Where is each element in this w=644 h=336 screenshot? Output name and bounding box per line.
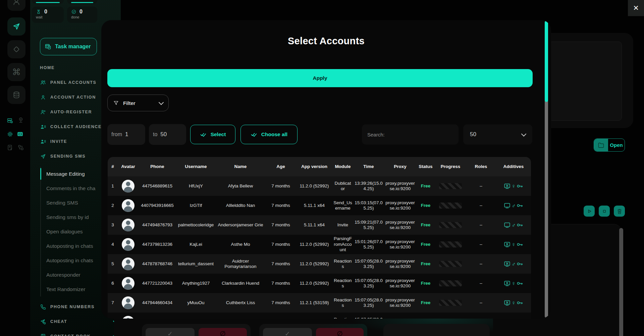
cell-username: IzGTIf <box>176 202 216 209</box>
search-input[interactable] <box>362 124 459 145</box>
subnav-item-autoposting-in-chats[interactable]: Autoposting in chats <box>46 253 95 268</box>
double-check-icon <box>251 131 258 137</box>
page-size-select[interactable]: 50 <box>463 124 532 145</box>
cell-time: 15:01:26(07.05.25) <box>353 238 384 251</box>
cell-time: 15:07:05(28.03.25) <box>353 316 384 319</box>
action-group: ✓ ∅ <box>259 324 367 336</box>
subnav-item-message-editing[interactable]: Message Editing <box>46 167 95 181</box>
column-header: Additives <box>496 163 531 170</box>
table-row[interactable]: 1447546889615HfUxjYAfyta Bellew7 months1… <box>108 176 531 196</box>
female-icon: ♀ <box>512 281 516 286</box>
send-icon[interactable] <box>7 17 25 36</box>
column-header: App version <box>296 163 332 170</box>
cell-app-version: 11.2.0 (52992) <box>296 241 332 248</box>
close-button[interactable]: ✕ <box>628 0 644 16</box>
monitor-x-icon <box>503 260 511 268</box>
cell-status: Free <box>416 280 435 287</box>
cell-module: Reactions <box>332 277 353 290</box>
accounts-table: #AvatarPhoneUsernameNameAgeApp versionMo… <box>108 157 531 319</box>
column-header: Username <box>176 163 216 170</box>
female-icon: ♀ <box>512 183 516 189</box>
double-check-icon <box>200 131 207 137</box>
play-button[interactable] <box>584 206 595 217</box>
open-button[interactable]: Open <box>594 138 625 152</box>
table-row[interactable]: 7447944660434yMuuOuCuthbertx Liss7 month… <box>108 293 531 313</box>
table-row[interactable]: 844746650553unsaturationamaReactions15:0… <box>108 313 531 319</box>
cell-proxy: proxy.proxyverse.io:9200 <box>384 238 416 251</box>
cell-progress <box>435 202 466 209</box>
right-preview-panel <box>539 33 633 128</box>
confirm-button[interactable]: ✓ <box>146 328 195 336</box>
table-row[interactable]: 24407943916665IzGTIfAlllelddlto Nan7 mon… <box>108 196 531 215</box>
logs-scrollbar[interactable] <box>619 228 623 336</box>
modal-scrollbar-thumb[interactable] <box>545 21 548 102</box>
cell-num: 3 <box>108 222 118 228</box>
sidebar-item-contact-book[interactable]: CONTACT BOOK <box>30 329 121 336</box>
code-window-icon[interactable] <box>17 131 23 137</box>
task-manager-button[interactable]: Task manager <box>40 38 97 55</box>
play-icon <box>586 208 593 215</box>
select-button[interactable]: Select <box>190 125 235 144</box>
select-button-label: Select <box>211 131 226 137</box>
choose-all-button[interactable]: Choose all <box>240 125 298 144</box>
gear-icon[interactable] <box>7 131 13 137</box>
cell-time: 15:09:21(07.05.25) <box>353 219 384 231</box>
subnav-item-comments-in-the-cha[interactable]: Comments in the cha <box>46 181 95 195</box>
table-row[interactable]: 4447379813236KajLeiAsthe Mo7 months11.2.… <box>108 235 531 254</box>
webcam-icon[interactable] <box>17 117 24 123</box>
sidebar-item-label: CHEAT <box>50 319 67 324</box>
sidebar-item-label: AUTO-REGISTER <box>50 110 92 114</box>
column-header: Roles <box>466 163 496 170</box>
modal-scrollbar-track[interactable] <box>545 21 548 318</box>
sidebar-item-label: PANEL ACCOUNTS <box>50 80 96 85</box>
chevron-down-icon <box>521 131 527 136</box>
table-row[interactable]: 6447721220043Anything1927Clarksardin Hue… <box>108 274 531 293</box>
subnav-item-sending-sms[interactable]: Sending SMS <box>46 195 95 210</box>
swap-icon[interactable] <box>17 144 24 151</box>
confirm-button[interactable]: ✓ <box>263 328 312 336</box>
done-count: 0 <box>79 9 83 15</box>
cell-roles: – <box>466 183 496 189</box>
document-check-icon[interactable] <box>7 144 13 151</box>
cell-phone: 4407943916665 <box>139 202 176 209</box>
sidebar-item-label: SENDING SMS <box>50 154 86 159</box>
to-label: to <box>153 131 157 137</box>
monitor-x-icon <box>503 280 511 287</box>
from-input[interactable] <box>125 131 139 138</box>
monitor-x-icon <box>503 241 511 248</box>
delete-button[interactable] <box>614 206 625 217</box>
subnav-item-text-randomizer[interactable]: Text Randomizer <box>46 282 95 296</box>
subnav-item-open-dialogues[interactable]: Open dialogues <box>46 224 95 239</box>
apply-button[interactable]: Apply <box>107 69 533 87</box>
user-icon[interactable] <box>7 0 25 11</box>
database-icon[interactable] <box>7 86 25 104</box>
block-button[interactable]: ∅ <box>199 328 247 336</box>
paper-plane-icon <box>40 153 46 160</box>
cell-age: 7 months <box>265 299 296 306</box>
table-row[interactable]: 3447494876793palmettocoleridgeAndersonja… <box>108 215 531 235</box>
table-row[interactable]: 5447878768746tellurium_dassentAuidrcer P… <box>108 254 531 274</box>
cell-status: Free <box>416 202 435 209</box>
cell-name: Asthe Mo <box>216 241 265 248</box>
block-button[interactable]: ∅ <box>316 328 364 336</box>
stat-card-fragment <box>32 0 64 4</box>
cell-proxy: proxy.proxyverse.io:9200 <box>384 316 416 319</box>
wait-label: wait <box>36 15 64 19</box>
stop-button[interactable] <box>599 206 610 217</box>
from-field: from <box>107 124 145 145</box>
filter-dropdown[interactable]: Filter <box>107 95 169 111</box>
cell-phone: 447878768746 <box>139 261 176 267</box>
choose-all-button-label: Choose all <box>261 131 287 137</box>
command-icon[interactable]: ⌘ <box>7 63 25 81</box>
subnav-item-autoposting-in-chats[interactable]: Autoposting in chats <box>46 239 95 253</box>
to-input[interactable] <box>160 131 174 138</box>
diamond-icon[interactable] <box>7 40 25 58</box>
server-check-icon[interactable] <box>7 117 13 124</box>
subnav-item-sending-sms-by-id[interactable]: Sending sms by id <box>46 210 95 224</box>
cell-username: tellurium_dassent <box>176 261 216 267</box>
subnav-item-autoresponder[interactable]: Autoresponder <box>46 268 95 282</box>
cell-username: yMuuOu <box>176 299 216 306</box>
cell-progress <box>435 260 466 268</box>
cell-proxy: proxy.proxyverse.io:9200 <box>384 277 416 290</box>
task-manager-label: Task manager <box>55 44 91 50</box>
